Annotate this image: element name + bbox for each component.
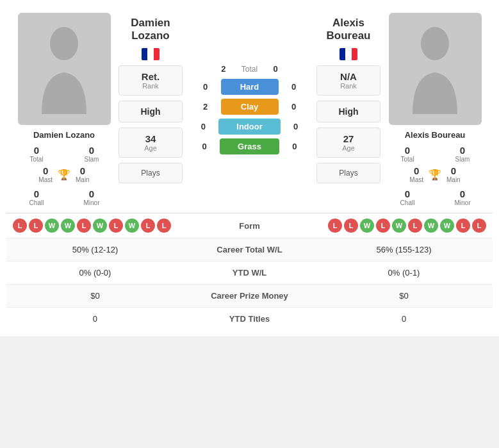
form-badge: L — [408, 219, 422, 233]
form-badge: W — [424, 219, 438, 233]
left-age-label: Age — [129, 144, 172, 152]
left-total-count: 2 — [218, 64, 229, 74]
left-trophy-row: 0 Mast 🏆 0 Main — [38, 165, 89, 183]
right-trophy-icon: 🏆 — [429, 169, 441, 181]
left-minor-value: 0 — [89, 188, 94, 199]
form-badge: L — [109, 219, 123, 233]
right-minor-label: Minor — [454, 199, 470, 206]
right-rank-box: N/A Rank — [316, 65, 380, 95]
main-container: Damien Lozano 0 Total 0 Slam 0 Mast 🏆 — [0, 0, 499, 336]
left-plays-label: Plays — [129, 169, 172, 178]
right-chall-label: Chall — [400, 199, 415, 206]
right-rank-label: Rank — [327, 82, 370, 90]
left-age-value: 34 — [129, 133, 172, 144]
left-rank-box: Ret. Rank — [119, 65, 183, 95]
left-flag — [142, 48, 160, 60]
left-rank-label: Rank — [129, 82, 172, 90]
stats-left-2: $0 — [6, 285, 184, 308]
form-label: Form — [239, 221, 260, 231]
right-form-badges: LLWLWLWWLL — [328, 219, 486, 233]
surface-btn-clay: Clay — [221, 99, 279, 115]
left-chall-value: 0 — [34, 188, 39, 199]
surface-btn-indoor: Indoor — [218, 119, 280, 135]
right-mast-label: Mast — [409, 176, 423, 183]
left-rank-value: Ret. — [129, 71, 172, 82]
form-badge: L — [472, 219, 486, 233]
stats-label-3: YTD Titles — [184, 308, 315, 331]
stats-table: 50% (12-12) Career Total W/L 56% (155-12… — [6, 238, 493, 330]
form-badge: L — [77, 219, 91, 233]
stats-right-2: $0 — [315, 285, 493, 308]
left-plays-box: Plays — [119, 163, 183, 183]
left-total-value: 0 — [34, 145, 39, 156]
left-slam-value: 0 — [89, 145, 94, 156]
surface-left-2: 0 — [198, 122, 208, 131]
left-trophy-icon: 🏆 — [58, 169, 70, 181]
left-total-label: Total — [29, 156, 43, 163]
form-badge: W — [125, 219, 139, 233]
right-plays-label: Plays — [327, 169, 370, 178]
left-mast-label: Mast — [38, 176, 53, 183]
form-badge: L — [328, 219, 342, 233]
left-main-value: 0 — [80, 165, 85, 176]
right-minor-value: 0 — [460, 188, 465, 199]
right-main-value: 0 — [451, 165, 456, 176]
right-chall-stat: 0 Chall — [384, 188, 431, 206]
left-main-label: Main — [76, 176, 90, 183]
svg-point-0 — [50, 27, 78, 60]
form-badge: W — [440, 219, 454, 233]
right-slam-stat: 0 Slam — [439, 145, 486, 163]
surface-btn-grass: Grass — [220, 138, 279, 154]
left-mast-value: 0 — [43, 165, 48, 176]
left-mast-stat: 0 Mast — [38, 165, 53, 183]
total-row: 2 Total 0 — [218, 64, 281, 74]
right-age-box: 27 Age — [316, 128, 380, 158]
stats-left-3: 0 — [6, 308, 184, 331]
right-main-label: Main — [446, 176, 461, 183]
surface-right-0: 0 — [289, 82, 299, 92]
stats-label-0: Career Total W/L — [184, 238, 315, 261]
stats-row: 0 YTD Titles 0 — [6, 308, 493, 331]
left-player-avatar — [18, 13, 111, 125]
left-form-badges: LLWWLWLWLL — [13, 219, 171, 233]
left-minor-stat: 0 Minor — [68, 188, 115, 206]
right-total-stat: 0 Total — [384, 145, 431, 163]
form-badge: L — [157, 219, 171, 233]
stats-label-1: YTD W/L — [184, 261, 315, 285]
left-player-name: Damien Lozano — [33, 130, 95, 140]
left-slam-label: Slam — [85, 156, 99, 163]
right-flag — [339, 48, 357, 60]
right-age-label: Age — [327, 144, 370, 152]
form-badge: W — [360, 219, 374, 233]
right-slam-value: 0 — [460, 145, 465, 156]
right-main-stat: 0 Main — [446, 165, 461, 183]
form-badge: W — [93, 219, 107, 233]
left-bottom-stats: 0 Chall 0 Minor — [13, 188, 115, 206]
right-trophy-row: 0 Mast 🏆 0 Main — [409, 165, 460, 183]
form-badge: L — [456, 219, 470, 233]
right-player-stats: 0 Total 0 Slam — [384, 145, 486, 163]
surface-row-hard: 0 Hard 0 — [198, 79, 300, 95]
left-player-card: Damien Lozano 0 Total 0 Slam 0 Mast 🏆 — [13, 13, 115, 206]
form-badge: L — [29, 219, 43, 233]
right-total-value: 0 — [405, 145, 410, 156]
right-top-name: AlexisBoureau — [327, 17, 371, 43]
stats-label-2: Career Prize Money — [184, 285, 315, 308]
right-minor-stat: 0 Minor — [439, 188, 486, 206]
left-chall-label: Chall — [29, 199, 44, 206]
left-minor-label: Minor — [83, 199, 99, 206]
right-rank-value: N/A — [327, 71, 370, 82]
right-total-label: Total — [400, 156, 414, 163]
surface-left-1: 2 — [200, 102, 211, 112]
left-slam-stat: 0 Slam — [68, 145, 115, 163]
player-comparison: Damien Lozano 0 Total 0 Slam 0 Mast 🏆 — [6, 6, 493, 213]
left-age-box: 34 Age — [119, 128, 183, 158]
form-badge: L — [141, 219, 155, 233]
right-player-name: Alexis Boureau — [405, 130, 466, 140]
left-chall-stat: 0 Chall — [13, 188, 60, 206]
surface-row-grass: 0 Grass 0 — [198, 138, 300, 154]
left-middle-panel: DamienLozano Ret. Rank High 34 Age — [115, 13, 186, 206]
left-total-stat: 0 Total — [13, 145, 60, 163]
form-section: LLWWLWLWLL Form LLWLWLWWLL — [6, 213, 493, 238]
right-middle-panel: AlexisBoureau N/A Rank High 27 Age — [313, 13, 384, 206]
